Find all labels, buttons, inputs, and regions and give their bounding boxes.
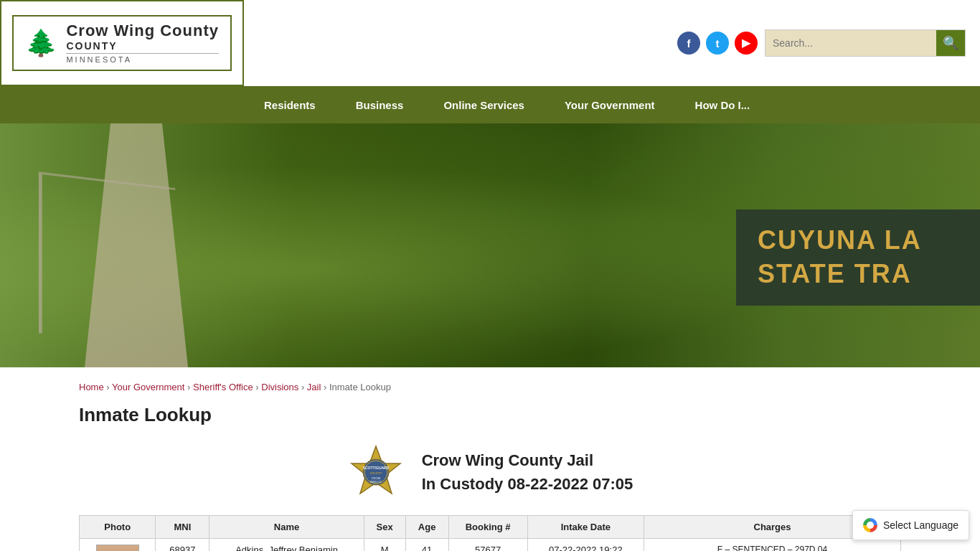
google-translate-icon xyxy=(863,518,877,532)
breadcrumb-current: Inmate Lookup xyxy=(329,382,391,392)
twitter-icon[interactable]: t xyxy=(706,32,729,55)
svg-text:WING CO.: WING CO. xyxy=(369,481,382,484)
breadcrumb-your-government[interactable]: Your Government xyxy=(112,382,184,392)
logo-area[interactable]: 🌲 Crow Wing County COUNTY MINNESOTA xyxy=(0,0,244,86)
jail-title: Crow Wing County Jail In Custody 08-22-2… xyxy=(422,448,633,496)
cell-mni: 68937 xyxy=(156,539,209,552)
svg-text:SHERIFF: SHERIFF xyxy=(369,471,382,475)
col-age: Age xyxy=(405,516,448,539)
facebook-icon[interactable]: f xyxy=(677,32,700,55)
col-mni: MNI xyxy=(156,516,209,539)
nav-item-how-do-i[interactable]: How Do I... xyxy=(675,86,771,123)
header-right: f t ▶ 🔍 xyxy=(677,29,966,57)
hero-image: CUYUNA LA STATE TRA xyxy=(0,123,980,367)
col-intake-date: Intake Date xyxy=(527,516,644,539)
charge-1: F – SENTENCED – 297D.04 xyxy=(651,545,893,551)
logo-state: MINNESOTA xyxy=(66,53,219,64)
search-input[interactable] xyxy=(765,30,936,56)
svg-text:SCOTT/GUARD: SCOTT/GUARD xyxy=(362,466,389,470)
content-wrapper: Home › Your Government › Sheriff's Offic… xyxy=(57,367,923,551)
youtube-icon[interactable]: ▶ xyxy=(735,32,758,55)
cell-booking: 57677 xyxy=(448,539,527,552)
nav-item-your-government[interactable]: Your Government xyxy=(545,86,675,123)
cell-photo xyxy=(80,539,156,552)
hero-sign-line2: STATE TRA xyxy=(758,258,958,291)
select-language-widget[interactable]: Select Language xyxy=(852,510,969,540)
cell-charges: F – SENTENCED – 297D.04 Marijuana and co… xyxy=(644,539,901,552)
logo-name: Crow Wing County xyxy=(66,22,219,39)
jail-title-line1: Crow Wing County Jail xyxy=(422,448,633,472)
badge-svg: SCOTT/GUARD SHERIFF CROW WING CO. xyxy=(347,443,405,501)
logo-inner: 🌲 Crow Wing County COUNTY MINNESOTA xyxy=(12,15,232,70)
jail-title-line2: In Custody 08-22-2022 07:05 xyxy=(422,472,633,496)
breadcrumb-jail[interactable]: Jail xyxy=(307,382,321,392)
table-row: 68937 Adkins, Jeffrey Benjamin M 41 5767… xyxy=(80,539,901,552)
cell-intake-date: 07-22-2022 19:22 xyxy=(527,539,644,552)
inmate-table: Photo MNI Name Sex Age Booking # Intake … xyxy=(79,515,901,551)
breadcrumb-home[interactable]: Home xyxy=(79,382,104,392)
search-wrap: 🔍 xyxy=(765,29,966,57)
cell-sex: M xyxy=(364,539,405,552)
hero-sign-line1: CUYUNA LA xyxy=(758,224,958,258)
svg-text:CROW: CROW xyxy=(371,476,380,480)
cell-name: Adkins, Jeffrey Benjamin xyxy=(209,539,364,552)
nav-bar: Residents Business Online Services Your … xyxy=(0,86,980,123)
logo-subtitle: COUNTY xyxy=(66,40,219,52)
page-title: Inmate Lookup xyxy=(79,404,901,426)
nav-item-business[interactable]: Business xyxy=(336,86,424,123)
photo-face xyxy=(97,545,138,551)
col-booking: Booking # xyxy=(448,516,527,539)
hero-fence xyxy=(39,171,175,334)
nav-item-online-services[interactable]: Online Services xyxy=(423,86,545,123)
col-photo: Photo xyxy=(80,516,156,539)
nav-item-residents[interactable]: Residents xyxy=(244,86,336,123)
search-button[interactable]: 🔍 xyxy=(936,30,965,56)
sheriff-badge: SCOTT/GUARD SHERIFF CROW WING CO. xyxy=(347,443,405,501)
breadcrumb: Home › Your Government › Sheriff's Offic… xyxy=(79,382,901,392)
breadcrumb-divisions[interactable]: Divisions xyxy=(261,382,298,392)
col-name: Name xyxy=(209,516,364,539)
tree-icon: 🌲 xyxy=(25,28,57,58)
hero-sign: CUYUNA LA STATE TRA xyxy=(736,209,980,306)
social-icons: f t ▶ xyxy=(677,32,758,55)
header: 🌲 Crow Wing County COUNTY MINNESOTA f t … xyxy=(0,0,980,86)
col-sex: Sex xyxy=(364,516,405,539)
inmate-photo xyxy=(96,545,139,551)
table-header-row: Photo MNI Name Sex Age Booking # Intake … xyxy=(80,516,901,539)
cell-age: 41 xyxy=(405,539,448,552)
jail-header: SCOTT/GUARD SHERIFF CROW WING CO. Crow W… xyxy=(79,443,901,501)
breadcrumb-sheriffs-office[interactable]: Sheriff's Office xyxy=(193,382,253,392)
select-language-label: Select Language xyxy=(883,519,958,531)
